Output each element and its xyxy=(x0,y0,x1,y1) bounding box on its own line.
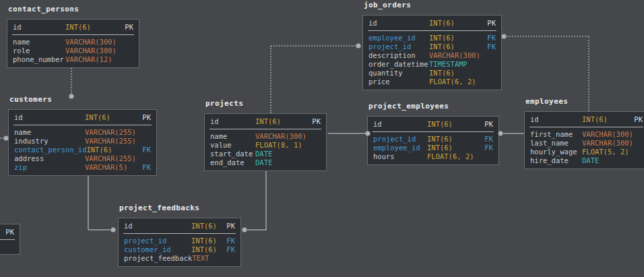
column-row-project_feedback[interactable]: project_feedbackTEXT xyxy=(119,254,240,263)
column-row-hourly_wage[interactable]: hourly_wageFLOAT(5, 2) xyxy=(525,148,644,156)
column-type: INT(6) xyxy=(429,42,455,51)
column-key-badge: FK xyxy=(221,237,235,245)
column-name: description xyxy=(368,51,429,60)
table-projects[interactable]: projectsidINT(6)PKnameVARCHAR(300)valueF… xyxy=(204,113,327,171)
column-type: VARCHAR(300) xyxy=(65,38,117,47)
column-type: TEXT xyxy=(192,254,209,263)
column-row-role[interactable]: roleVARCHAR(300) xyxy=(7,47,139,55)
connector-endpoint-dot xyxy=(366,131,371,136)
column-key-badge: FK xyxy=(479,144,493,152)
column-name: id xyxy=(373,120,427,129)
table-box[interactable]: idINT(6)PKproject_idINT(6)FKemployee_idI… xyxy=(367,116,499,165)
table-box[interactable]: idINT(6)PKnameVARCHAR(300)valueFLOAT(8, … xyxy=(204,113,327,171)
column-row-address[interactable]: addressVARCHAR(255) xyxy=(9,154,156,163)
table-partial_table_left_edge[interactable]: PK xyxy=(0,224,20,255)
column-name: end_date xyxy=(210,158,255,167)
column-type: VARCHAR(300) xyxy=(582,130,633,139)
table-customers[interactable]: customersidINT(6)PKnameVARCHAR(255)indus… xyxy=(8,109,157,176)
connector-endpoint-dot xyxy=(4,136,9,141)
table-box[interactable]: idINT(6)PKemployee_idINT(6)FKproject_idI… xyxy=(362,15,502,90)
connector-endpoint-dot xyxy=(356,44,361,49)
column-row-pk-id[interactable]: idINT(6)PK xyxy=(7,20,139,34)
column-name: name xyxy=(14,128,85,137)
connector-projects-job_orders-line xyxy=(271,45,356,47)
column-row-industry[interactable]: industryVARCHAR(255) xyxy=(9,137,156,146)
column-name: hire_date xyxy=(530,156,582,165)
column-row-pk-id[interactable]: PK xyxy=(0,224,20,239)
column-row-phone_number[interactable]: phone_numberVARCHAR(12) xyxy=(7,55,139,64)
column-type: DATE xyxy=(255,150,272,158)
column-row-hire_date[interactable]: hire_dateDATE xyxy=(525,156,644,165)
column-row-last_name[interactable]: last_nameVARCHAR(300) xyxy=(525,139,644,148)
table-contact_persons[interactable]: contact_personsidINT(6)PKnameVARCHAR(300… xyxy=(7,19,139,68)
column-row-project_id[interactable]: project_idINT(6)FK xyxy=(119,237,240,245)
column-key-badge: PK xyxy=(119,23,133,32)
column-row-pk-id[interactable]: idINT(6)PK xyxy=(119,218,240,233)
table-employees[interactable]: employeesidINT(6)PKfirst_nameVARCHAR(300… xyxy=(524,111,644,169)
column-name: employee_id xyxy=(373,144,427,152)
column-type: INT(6) xyxy=(85,113,110,122)
column-type: VARCHAR(5) xyxy=(85,163,127,172)
connector-project_employees-employees-line xyxy=(503,133,524,134)
column-type: FLOAT(8, 1) xyxy=(255,141,302,150)
table-columns: employee_idINT(6)FKproject_idINT(6)FKdes… xyxy=(363,31,501,90)
column-row-pk-id[interactable]: idINT(6)PK xyxy=(9,110,156,125)
column-type: INT(6) xyxy=(255,117,281,126)
column-type: INT(6) xyxy=(191,245,217,254)
column-row-project_id[interactable]: project_idINT(6)FK xyxy=(363,42,501,51)
table-job_orders[interactable]: job_ordersidINT(6)PKemployee_idINT(6)FKp… xyxy=(362,15,502,90)
column-row-contact_person_id[interactable]: contact_person_idINT(6)FK xyxy=(9,146,156,154)
table-project_feedbacks[interactable]: project_feedbacksidINT(6)PKproject_idINT… xyxy=(118,218,241,267)
column-row-order_datetime[interactable]: order_datetimeTIMESTAMP xyxy=(363,60,501,69)
column-row-pk-id[interactable]: idINT(6)PK xyxy=(205,114,326,129)
column-type: INT(6) xyxy=(191,237,217,245)
column-type: DATE xyxy=(255,158,272,167)
column-row-pk-id[interactable]: idINT(6)PK xyxy=(525,112,644,127)
column-row-customer_id[interactable]: customer_idINT(6)FK xyxy=(119,245,240,254)
column-row-pk-id[interactable]: idINT(6)PK xyxy=(363,16,501,30)
column-row-pk-id[interactable]: idINT(6)PK xyxy=(368,117,498,131)
table-project_employees[interactable]: project_employeesidINT(6)PKproject_idINT… xyxy=(367,116,499,165)
column-type: INT(6) xyxy=(427,135,453,144)
column-name: phone_number xyxy=(13,55,65,64)
column-type: FLOAT(6, 2) xyxy=(429,78,476,86)
table-box[interactable]: idINT(6)PKfirst_nameVARCHAR(300)last_nam… xyxy=(524,111,644,169)
column-row-value[interactable]: valueFLOAT(8, 1) xyxy=(205,141,326,150)
column-row-price[interactable]: priceFLOAT(6, 2) xyxy=(363,78,501,86)
column-row-name[interactable]: nameVARCHAR(300) xyxy=(205,132,326,141)
column-name: zip xyxy=(14,163,85,172)
column-row-description[interactable]: descriptionVARCHAR(300) xyxy=(363,51,501,60)
table-columns: nameVARCHAR(300)roleVARCHAR(300)phone_nu… xyxy=(7,35,139,67)
column-row-name[interactable]: nameVARCHAR(255) xyxy=(9,128,156,137)
diagram-canvas[interactable]: contact_personsidINT(6)PKnameVARCHAR(300… xyxy=(0,0,644,277)
column-name: id xyxy=(530,115,582,124)
column-row-project_id[interactable]: project_idINT(6)FK xyxy=(368,135,498,144)
column-row-first_name[interactable]: first_nameVARCHAR(300) xyxy=(525,130,644,139)
column-row-hours[interactable]: hoursFLOAT(6, 2) xyxy=(368,152,498,161)
column-name: project_feedback xyxy=(124,254,192,263)
column-name: employee_id xyxy=(368,34,429,42)
table-box[interactable]: idINT(6)PKnameVARCHAR(300)roleVARCHAR(30… xyxy=(7,19,139,68)
connector-projects-project_feedbacks-line xyxy=(265,171,267,230)
table-box[interactable]: PK xyxy=(0,224,20,255)
column-row-quantity[interactable]: quantityINT(6) xyxy=(363,69,501,78)
connector-endpoint-dot xyxy=(498,131,503,136)
column-row-name[interactable]: nameVARCHAR(300) xyxy=(7,38,139,47)
column-type: TIMESTAMP xyxy=(429,60,468,69)
table-box[interactable]: idINT(6)PKnameVARCHAR(255)industryVARCHA… xyxy=(8,109,157,176)
column-row-zip[interactable]: zipVARCHAR(5)FK xyxy=(9,163,156,172)
column-type: INT(6) xyxy=(427,144,453,152)
column-type: VARCHAR(300) xyxy=(65,47,117,55)
column-name: quantity xyxy=(368,69,429,78)
column-type: INT(6) xyxy=(429,34,455,42)
column-key-badge: PK xyxy=(221,222,235,230)
column-row-start_date[interactable]: start_dateDATE xyxy=(205,150,326,158)
column-row-employee_id[interactable]: employee_idINT(6)FK xyxy=(368,144,498,152)
er-diagram-page: { "theme": { "background": "#45474b", "t… xyxy=(0,0,644,277)
column-name: start_date xyxy=(210,150,255,158)
column-name: project_id xyxy=(124,237,191,245)
column-name: project_id xyxy=(373,135,427,144)
column-row-end_date[interactable]: end_dateDATE xyxy=(205,158,326,167)
column-row-employee_id[interactable]: employee_idINT(6)FK xyxy=(363,34,501,42)
table-box[interactable]: idINT(6)PKproject_idINT(6)FKcustomer_idI… xyxy=(118,218,241,267)
